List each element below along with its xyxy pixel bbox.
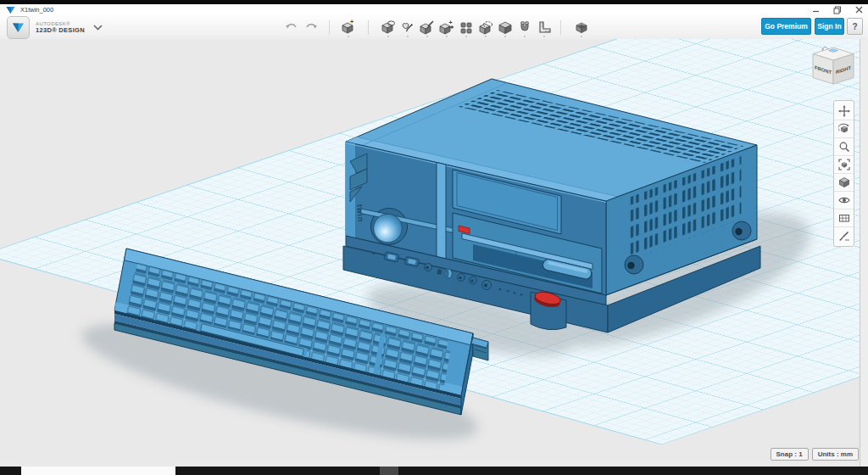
units-setting[interactable]: Units : mm: [812, 448, 859, 461]
pan-icon: [838, 105, 850, 117]
modify-icon: +: [439, 20, 454, 35]
help-button[interactable]: ?: [847, 18, 863, 35]
visibility-button[interactable]: [834, 191, 854, 209]
grid-icon: [838, 212, 850, 224]
open-box-icon: [574, 20, 589, 35]
brand-product: 123D® DESIGN: [36, 27, 85, 34]
viewport-canvas[interactable]: twin: [0, 39, 868, 467]
toolbar-separator: [329, 20, 330, 35]
chevron-down-icon[interactable]: [93, 25, 103, 31]
zoom-fit-icon: [838, 159, 850, 170]
go-premium-button[interactable]: Go Premium: [761, 18, 811, 35]
titlebar: X1twin_000: [0, 4, 868, 16]
eye-icon: [838, 194, 850, 206]
combine-icon: [498, 20, 513, 35]
primitives-icon: [381, 20, 396, 35]
material-button[interactable]: [834, 226, 854, 244]
zoom-button[interactable]: [834, 137, 854, 155]
combine-button[interactable]: [496, 18, 515, 36]
window-title: X1twin_000: [20, 6, 53, 14]
orbit-icon: [838, 123, 850, 135]
bottom-strip-gray-segment: [380, 467, 398, 475]
sketch-button[interactable]: [398, 18, 417, 36]
grouping-button[interactable]: [476, 18, 495, 36]
statusbar: Snap : 1 Units : mm: [771, 448, 859, 461]
brand-text: AUTODESK® 123D® DESIGN: [36, 21, 85, 34]
view-nav-toolbar: [833, 100, 854, 247]
undo-icon: [285, 22, 298, 32]
transform-icon: +: [341, 20, 356, 35]
viewcube[interactable]: FRONT RIGHT: [813, 47, 854, 84]
bottom-strip-light-segment: [21, 467, 175, 475]
minimize-button[interactable]: [812, 6, 820, 14]
snap-button[interactable]: [515, 18, 534, 36]
material-brush-icon: [838, 230, 850, 242]
modify-button[interactable]: +: [437, 18, 456, 36]
pattern-button[interactable]: [457, 18, 476, 36]
close-button[interactable]: [855, 6, 863, 14]
main-toolbar: AUTODESK® 123D® DESIGN +: [0, 15, 868, 40]
window-edge-strip: [860, 39, 868, 467]
brand-triangle-icon: [12, 22, 25, 33]
brand-block[interactable]: AUTODESK® 123D® DESIGN: [7, 16, 103, 39]
redo-button[interactable]: [302, 18, 320, 36]
pan-button[interactable]: [834, 103, 854, 120]
primitives-button[interactable]: [379, 18, 398, 36]
zoom-fit-button[interactable]: [834, 155, 854, 173]
undo-button[interactable]: [281, 18, 300, 36]
bottom-strip: [0, 467, 868, 475]
zoom-icon: [838, 141, 850, 153]
snap-magnet-icon: [517, 20, 532, 35]
toolbar-separator: [560, 20, 561, 35]
app-logo-icon: [6, 6, 15, 14]
sign-in-button[interactable]: Sign In: [815, 18, 844, 35]
toolbar-separator: [368, 20, 369, 35]
brand-tile: [7, 16, 30, 39]
measure-ruler-icon: [537, 20, 552, 35]
grouping-icon: [478, 20, 493, 35]
pattern-icon: [459, 20, 474, 35]
sketch-icon: [400, 20, 415, 35]
view-mode-icon: [838, 176, 850, 188]
measure-button[interactable]: [535, 18, 554, 36]
restore-button[interactable]: [833, 6, 842, 14]
groups-button[interactable]: [572, 18, 591, 36]
svg-text:+: +: [448, 20, 452, 25]
construct-icon: [420, 20, 435, 35]
view-mode-button[interactable]: [834, 173, 854, 191]
svg-text:+: +: [350, 20, 353, 25]
construct-button[interactable]: [418, 18, 437, 36]
grid-settings-button[interactable]: [834, 209, 854, 226]
orbit-button[interactable]: [834, 120, 854, 137]
transform-button[interactable]: +: [339, 18, 358, 36]
snap-setting[interactable]: Snap : 1: [771, 448, 809, 461]
redo-icon: [305, 22, 318, 32]
